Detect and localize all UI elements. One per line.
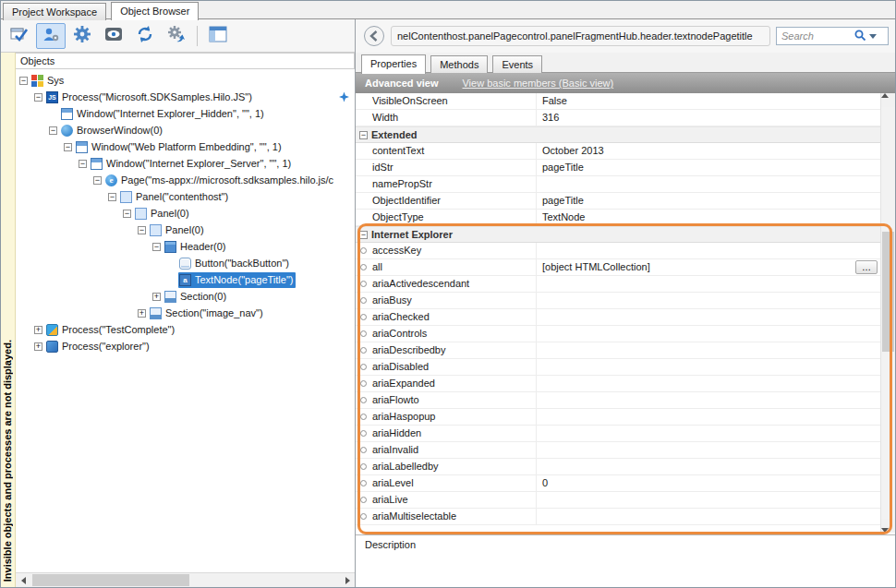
property-row[interactable]: ariaChecked <box>356 309 880 326</box>
property-row[interactable]: ariaLabelledby <box>356 459 880 475</box>
property-row[interactable]: ariaInvalid <box>356 442 880 459</box>
property-row[interactable]: ariaHidden <box>356 426 880 442</box>
property-row[interactable]: contentTextOctober 2013 <box>356 143 880 160</box>
search-input[interactable] <box>780 30 854 42</box>
property-row[interactable]: ariaDisabled <box>356 359 880 376</box>
tree-node-body[interactable]: Button("backButton") <box>178 256 292 271</box>
search-box[interactable] <box>776 27 889 45</box>
property-row[interactable]: idStrpageTitle <box>356 160 880 176</box>
tree-node[interactable]: −Panel("contenthost") <box>16 188 355 205</box>
tree-node[interactable]: −Page("ms-appx://microsoft.sdksamples.hi… <box>16 172 355 188</box>
tree-node-selected[interactable]: TextNode("pageTitle") <box>178 272 296 288</box>
settings-gear-button[interactable] <box>67 23 97 49</box>
tree-node-body[interactable]: Process("Microsoft.SDKSamples.Hilo.JS") <box>45 90 255 105</box>
property-row[interactable]: ariaHaspopup <box>356 409 880 426</box>
property-group-internet-explorer[interactable]: −Internet Explorer <box>356 226 880 243</box>
property-row[interactable]: ariaActivedescendant <box>356 276 880 293</box>
property-row[interactable]: ariaDescribedby <box>356 342 880 359</box>
tab-events[interactable]: Events <box>492 55 542 74</box>
collapse-icon[interactable]: − <box>19 77 28 85</box>
collapse-icon[interactable]: − <box>93 176 102 185</box>
expand-icon[interactable]: + <box>34 342 42 351</box>
tree-node[interactable]: −Header(0) <box>16 238 355 255</box>
property-row[interactable]: ObjectTypeTextNode <box>356 210 880 226</box>
tree-node[interactable]: TextNode("pageTitle") <box>16 271 355 288</box>
tab-object-browser[interactable]: Object Browser <box>111 2 199 20</box>
tree-node[interactable]: −BrowserWindow(0) <box>16 122 355 138</box>
tree-node[interactable]: +Section("image_nav") <box>16 305 355 321</box>
tree-node[interactable]: −Panel(0) <box>16 205 355 222</box>
property-row[interactable]: VisibleOnScreenFalse <box>356 93 880 110</box>
tree-node[interactable]: Window("Internet Explorer_Hidden", "", 1… <box>16 105 355 122</box>
highlight-object-button[interactable] <box>36 23 66 49</box>
search-icon[interactable] <box>854 29 866 43</box>
tree-horizontal-scrollbar[interactable] <box>16 572 355 587</box>
collapse-icon[interactable]: − <box>138 226 146 234</box>
ellipsis-button[interactable]: … <box>855 260 878 274</box>
tree-node[interactable]: −Sys <box>16 72 355 89</box>
property-row[interactable]: namePropStr <box>356 176 880 193</box>
tree-node[interactable]: −Window("Internet Explorer_Server", "", … <box>16 155 355 172</box>
tree-node-body[interactable]: Panel(0) <box>149 222 207 238</box>
property-row[interactable]: ariaExpanded <box>356 376 880 392</box>
tree-node[interactable]: −Window("Web Platform Embedding", "", 1) <box>16 138 355 155</box>
expand-icon[interactable]: + <box>138 309 146 318</box>
tree-node-body[interactable]: Page("ms-appx://microsoft.sdksamples.hil… <box>104 173 336 188</box>
basic-view-link[interactable]: View basic members (Basic view) <box>462 78 613 89</box>
horizontal-scrollbar-thumb[interactable] <box>32 574 189 586</box>
tree-node-body[interactable]: Panel(0) <box>134 206 192 222</box>
property-row[interactable]: ariaLive <box>356 492 880 509</box>
tab-project-workspace[interactable]: Project Workspace <box>3 3 106 20</box>
tree-node-body[interactable]: Process("TestComplete") <box>45 322 177 338</box>
tree-node-body[interactable]: Section(0) <box>163 289 229 305</box>
select-objects-button[interactable] <box>5 23 34 49</box>
scroll-down-button[interactable] <box>881 519 895 533</box>
tree-node-body[interactable]: BrowserWindow(0) <box>60 123 165 138</box>
tree-node-body[interactable]: Window("Internet Explorer_Server", "", 1… <box>90 156 294 172</box>
tree-node[interactable]: Button("backButton") <box>16 255 355 271</box>
tree-node-body[interactable]: Process("explorer") <box>45 339 152 354</box>
expand-icon[interactable]: + <box>34 326 42 334</box>
property-row[interactable]: ariaFlowto <box>356 392 880 409</box>
property-row[interactable]: Width316 <box>356 110 880 126</box>
property-row[interactable]: ariaControls <box>356 326 880 342</box>
scroll-up-button[interactable] <box>881 93 895 107</box>
advanced-settings-button[interactable] <box>162 23 191 49</box>
property-row[interactable]: accessKey <box>356 243 880 259</box>
search-dropdown-icon[interactable] <box>869 34 877 39</box>
tree-node[interactable]: +Process("explorer") <box>16 338 355 354</box>
object-spy-button[interactable] <box>99 23 128 49</box>
tree-node-body[interactable]: Section("image_nav") <box>149 306 266 321</box>
tree-node[interactable]: +Section(0) <box>16 288 355 305</box>
property-group-extended[interactable]: −Extended <box>356 126 880 143</box>
collapse-icon[interactable]: − <box>49 126 57 135</box>
refresh-button[interactable] <box>130 23 160 49</box>
tree-node[interactable]: −Panel(0) <box>16 222 355 238</box>
vertical-scrollbar-thumb[interactable] <box>882 232 894 352</box>
tab-properties[interactable]: Properties <box>361 54 426 74</box>
properties-scrollbar[interactable] <box>880 93 895 533</box>
group-collapse-icon[interactable]: − <box>359 131 368 139</box>
tree-node-body[interactable]: Header(0) <box>163 239 229 255</box>
property-row[interactable]: ariaLevel0 <box>356 475 880 492</box>
property-row[interactable]: ariaBusy <box>356 293 880 309</box>
expand-icon[interactable]: + <box>152 293 161 301</box>
scroll-right-button[interactable] <box>340 573 355 587</box>
collapse-icon[interactable]: − <box>108 193 116 201</box>
collapse-icon[interactable]: − <box>64 143 72 151</box>
tab-methods[interactable]: Methods <box>430 55 488 74</box>
group-collapse-icon[interactable]: − <box>359 231 368 239</box>
collapse-icon[interactable]: − <box>152 243 161 251</box>
scroll-left-button[interactable] <box>16 573 30 587</box>
tree-node-body[interactable]: Window("Web Platform Embedding", "", 1) <box>75 139 285 155</box>
back-button[interactable] <box>363 25 385 47</box>
collapse-icon[interactable]: − <box>34 93 42 102</box>
tree-node-body[interactable]: Window("Internet Explorer_Hidden", "", 1… <box>60 106 267 122</box>
tree-node[interactable]: −Process("Microsoft.SDKSamples.Hilo.JS") <box>16 89 355 105</box>
tree-node-body[interactable]: Sys <box>30 73 67 89</box>
property-row[interactable]: all[object HTMLCollection]… <box>356 259 880 276</box>
panels-button[interactable] <box>203 23 233 49</box>
tree-node[interactable]: +Process("TestComplete") <box>16 321 355 338</box>
tree-node-body[interactable]: Panel("contenthost") <box>119 189 231 205</box>
property-row[interactable]: ariaMultiselectable <box>356 509 880 525</box>
